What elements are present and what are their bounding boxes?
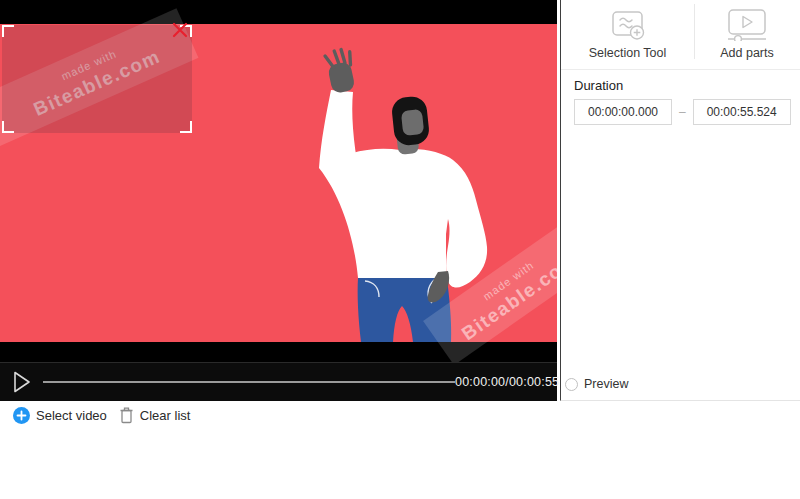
preview-label: Preview [584,377,628,391]
duration-section: Duration – [561,70,800,125]
tools-panel: Selection Tool Add parts Duration – [560,0,800,401]
duration-separator: – [679,105,686,119]
preview-radio[interactable] [565,378,578,391]
preview-toggle[interactable]: Preview [565,377,628,391]
video-library-bar: Select video Clear list [0,401,800,499]
selection-region[interactable] [2,24,192,133]
duration-label: Duration [574,78,787,93]
play-button[interactable] [13,371,33,393]
toolbar-divider [694,4,695,59]
playback-controls: 00:00:00/00:00:55 [0,362,557,401]
app-window: made with Biteable.com [0,0,800,499]
selection-tool-icon [608,9,648,41]
selection-tool-label: Selection Tool [589,46,667,60]
video-player: made with Biteable.com [0,0,557,401]
plus-icon [13,407,30,424]
seek-bar[interactable] [43,375,455,389]
add-parts-button[interactable]: Add parts [694,0,800,69]
select-video-button[interactable]: Select video [13,407,107,424]
seek-bar-track [43,381,455,383]
selection-tool-button[interactable]: Selection Tool [561,0,694,69]
duration-end-input[interactable] [693,99,791,125]
clear-list-label: Clear list [140,408,191,423]
select-video-label: Select video [36,408,107,423]
trash-icon [119,406,134,424]
add-parts-icon [726,9,768,41]
time-display: 00:00:00/00:00:55 [455,375,559,389]
add-parts-label: Add parts [720,46,774,60]
duration-start-input[interactable] [574,99,672,125]
clear-list-button[interactable]: Clear list [119,406,191,424]
video-frame: made with Biteable.com [0,0,557,362]
panel-toolbar: Selection Tool Add parts [561,0,800,70]
